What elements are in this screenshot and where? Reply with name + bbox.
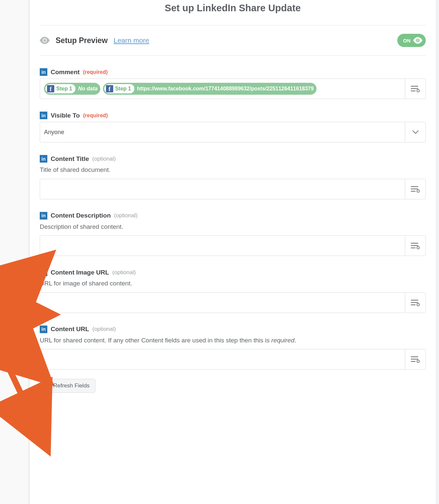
visible-to-select[interactable]: Anyone xyxy=(40,122,426,142)
linkedin-icon: in xyxy=(40,212,47,220)
svg-rect-19 xyxy=(411,247,415,248)
field-content-title: in Content Title (optional) Title of sha… xyxy=(40,155,426,199)
pill-value: https://www.facebook.com/177414088989632… xyxy=(137,86,314,92)
svg-rect-25 xyxy=(411,304,415,305)
optional-tag: (optional) xyxy=(112,269,136,276)
svg-rect-23 xyxy=(411,300,418,301)
pill-step1-url[interactable]: f Step 1 https://www.facebook.com/177414… xyxy=(103,83,317,95)
svg-rect-6 xyxy=(411,88,418,89)
svg-rect-18 xyxy=(411,245,418,246)
field-content-image-url: in Content Image URL (optional) URL for … xyxy=(40,269,426,313)
pill-step1-nodata[interactable]: f Step 1 No data xyxy=(44,83,100,95)
select-value: Anyone xyxy=(44,129,64,136)
pill-step-label: Step 1 xyxy=(56,86,72,92)
svg-rect-31 xyxy=(411,361,415,362)
preview-toggle[interactable]: ON xyxy=(397,34,426,47)
svg-rect-22 xyxy=(417,247,419,248)
linkedin-icon: in xyxy=(40,326,47,333)
content-image-url-input[interactable] xyxy=(40,292,426,313)
svg-rect-34 xyxy=(417,361,419,362)
learn-more-link[interactable]: Learn more xyxy=(114,36,149,44)
svg-rect-13 xyxy=(411,191,415,192)
helper-text: Description of shared content. xyxy=(40,222,426,232)
optional-tag: (optional) xyxy=(92,156,116,162)
field-visible-to: in Visible To (required) Anyone xyxy=(40,112,426,142)
toggle-eye-icon xyxy=(413,36,422,45)
linkedin-icon: in xyxy=(40,112,47,119)
required-tag: (required) xyxy=(83,69,108,75)
helper-text: Title of shared document. xyxy=(40,165,426,175)
svg-point-4 xyxy=(417,40,418,41)
svg-rect-10 xyxy=(417,90,419,91)
optional-tag: (optional) xyxy=(114,212,138,219)
svg-rect-5 xyxy=(411,86,418,87)
field-label: Visible To xyxy=(51,112,80,119)
facebook-icon: f xyxy=(47,85,54,92)
insert-data-button[interactable] xyxy=(405,293,425,313)
facebook-icon: f xyxy=(106,85,113,92)
optional-tag: (optional) xyxy=(92,326,116,332)
svg-rect-12 xyxy=(411,188,418,189)
linkedin-icon: in xyxy=(40,269,47,276)
page-title: Set up LinkedIn Share Update xyxy=(40,0,426,25)
toggle-label: ON xyxy=(403,38,411,43)
svg-rect-28 xyxy=(417,304,419,305)
linkedin-icon: in xyxy=(40,68,47,76)
setup-preview-title: Setup Preview xyxy=(56,36,108,45)
field-label: Content URL xyxy=(51,326,89,333)
content-url-input[interactable] xyxy=(40,349,426,370)
refresh-label: Refresh Fields xyxy=(53,382,90,389)
svg-rect-29 xyxy=(411,356,418,357)
svg-rect-30 xyxy=(411,359,418,360)
field-content-description: in Content Description (optional) Descri… xyxy=(40,212,426,256)
helper-text: URL for shared content. If any other Con… xyxy=(40,336,426,345)
field-comment: in Comment (required) f Step 1 No data f… xyxy=(40,68,426,99)
insert-data-button[interactable] xyxy=(405,79,425,99)
pill-step-label: Step 1 xyxy=(115,86,131,92)
helper-text: URL for image of shared content. xyxy=(40,279,426,288)
insert-data-button[interactable] xyxy=(405,179,425,199)
field-label: Content Title xyxy=(51,155,89,163)
svg-rect-7 xyxy=(411,90,415,91)
content-description-input[interactable] xyxy=(40,235,426,256)
eye-icon xyxy=(40,37,50,44)
content-title-input[interactable] xyxy=(40,179,426,199)
svg-rect-24 xyxy=(411,302,418,303)
svg-rect-16 xyxy=(417,191,419,191)
insert-data-button[interactable] xyxy=(405,349,425,369)
setup-panel: Set up LinkedIn Share Update Setup Previ… xyxy=(30,0,436,504)
left-rail xyxy=(0,0,29,504)
svg-rect-11 xyxy=(411,186,418,187)
field-label: Comment xyxy=(51,69,80,76)
svg-rect-17 xyxy=(411,243,418,244)
linkedin-icon: in xyxy=(40,155,47,163)
field-label: Content Image URL xyxy=(51,269,109,276)
required-tag: (required) xyxy=(83,113,108,119)
field-label: Content Description xyxy=(51,212,111,219)
refresh-icon xyxy=(45,383,51,388)
dropdown-button[interactable] xyxy=(405,122,425,142)
svg-point-1 xyxy=(43,39,46,42)
insert-data-button[interactable] xyxy=(405,236,425,256)
comment-input[interactable]: f Step 1 No data f Step 1 https://www.fa… xyxy=(40,78,426,99)
setup-preview-row: Setup Preview Learn more ON xyxy=(40,25,426,55)
field-content-url: in Content URL (optional) URL for shared… xyxy=(40,326,426,370)
refresh-fields-button[interactable]: Refresh Fields xyxy=(40,379,95,393)
divider xyxy=(40,55,426,56)
pill-value: No data xyxy=(78,86,98,92)
